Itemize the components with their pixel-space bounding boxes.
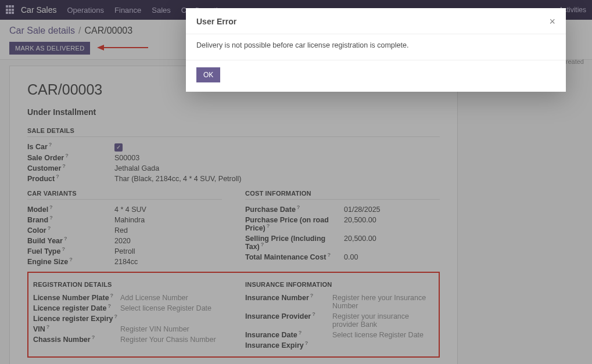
- modal-title: User Error: [196, 17, 236, 26]
- error-modal: User Error × Delivery is not possible be…: [186, 8, 566, 92]
- ok-button[interactable]: OK: [196, 67, 220, 82]
- modal-message: Delivery is not possible before car lice…: [186, 34, 566, 60]
- close-icon[interactable]: ×: [549, 16, 555, 27]
